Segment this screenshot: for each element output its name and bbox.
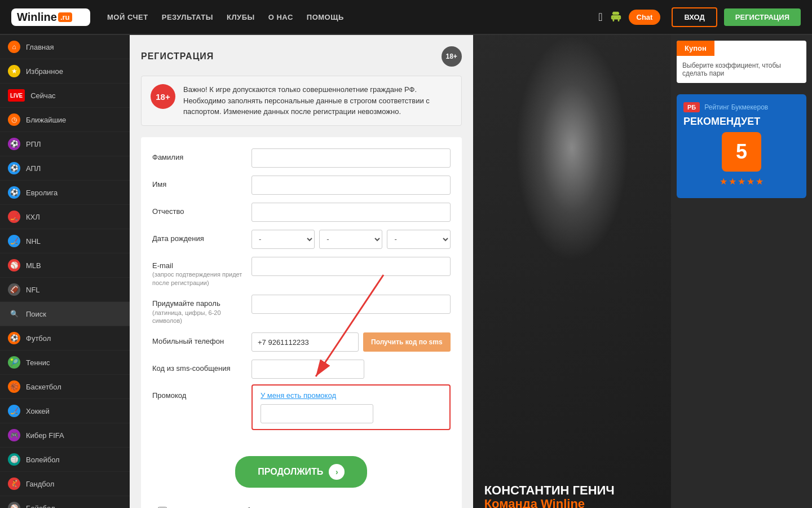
sidebar-item-cyber-fifa[interactable]: 🎮 Кибер FIFA: [0, 423, 130, 448]
hero-silhouette: [515, 35, 628, 261]
nav-my-account[interactable]: МОЙ СЧЕТ: [107, 13, 148, 21]
logo[interactable]: Winline.ru: [11, 8, 90, 26]
soccer-icon-euro: ⚽: [8, 186, 20, 199]
clock-icon: ◷: [8, 113, 20, 126]
header: Winline.ru МОЙ СЧЕТ РЕЗУЛЬТАТЫ КЛУБЫ О Н…: [0, 0, 812, 35]
sidebar-label-cyber-fifa: Кибер FIFA: [26, 431, 64, 440]
promo-banner-title: РЕКОМЕНДУЕТ: [683, 116, 800, 128]
form-row-phone: Мобильный телефон Получить код по sms: [152, 332, 451, 352]
sidebar-item-baseball[interactable]: ⚾ Бейсбол: [0, 496, 130, 508]
sidebar-label-handball: Гандбол: [26, 480, 54, 488]
sidebar-item-handball[interactable]: 🤾 Гандбол: [0, 472, 130, 496]
main-layout: ⌂ Главная ★ Избранное LIVE Сейчас ◷ Ближ…: [0, 35, 812, 508]
hero-person-area: [473, 35, 671, 443]
handball-icon: 🤾: [8, 478, 20, 490]
form-row-patronymic: Отчество: [152, 203, 451, 222]
continue-button[interactable]: ПРОДОЛЖИТЬ ›: [235, 456, 367, 488]
sidebar-label-tennis: Теннис: [26, 358, 50, 367]
promo-input[interactable]: [261, 404, 373, 423]
hockey-icon-nhl: 🏒: [8, 235, 20, 247]
continue-btn-wrapper: ПРОДОЛЖИТЬ ›: [152, 447, 451, 497]
live-icon: LIVE: [8, 89, 25, 102]
star-2: ★: [729, 176, 736, 187]
sidebar-label-live: Сейчас: [30, 91, 55, 100]
soccer-ball-icon: ⚽: [8, 332, 20, 344]
sidebar-item-football[interactable]: ⚽ Футбол: [0, 326, 130, 351]
sidebar-label-baseball: Бейсбол: [26, 504, 55, 509]
sidebar-item-euroleague[interactable]: ⚽ Евролига: [0, 181, 130, 205]
sidebar-item-search[interactable]: 🔍 Поиск: [0, 302, 130, 326]
nav-clubs[interactable]: КЛУБЫ: [227, 13, 255, 21]
form-row-dob: Дата рождения - - -: [152, 230, 451, 249]
hockey-icon: 🏒: [8, 405, 20, 417]
login-button[interactable]: ВХОД: [672, 7, 717, 27]
cyber-icon: 🎮: [8, 429, 20, 441]
hero-area: КОНСТАНТИН ГЕНИЧ Команда Winline "Winlin…: [473, 35, 671, 508]
sidebar-label-volleyball: Волейбол: [26, 456, 60, 464]
warning-age-icon: 18+: [151, 84, 175, 109]
sidebar-item-nhl[interactable]: 🏒 NHL: [0, 229, 130, 253]
nav-help[interactable]: ПОМОЩЬ: [307, 13, 344, 21]
register-button[interactable]: РЕГИСТРАЦИЯ: [724, 8, 801, 26]
name-input[interactable]: [251, 176, 451, 195]
sidebar-item-tennis[interactable]: 🎾 Теннис: [0, 351, 130, 375]
baseball-icon-mlb: ⚾: [8, 259, 20, 271]
sms-code-input[interactable]: [251, 360, 364, 379]
sidebar-item-rpl[interactable]: ⚽ РПЛ: [0, 132, 130, 156]
sidebar-label-favorites: Избранное: [26, 67, 63, 76]
logo-ru: .ru: [58, 12, 72, 22]
dob-day-select[interactable]: -: [251, 230, 315, 249]
dob-month-select[interactable]: -: [319, 230, 382, 249]
warning-box: 18+ Важно! К игре допускаются только сов…: [141, 76, 462, 126]
android-icon[interactable]: [610, 10, 622, 25]
sidebar-item-nfl[interactable]: 🏈 NFL: [0, 278, 130, 302]
sidebar-item-apl[interactable]: ⚽ АПЛ: [0, 156, 130, 181]
sidebar: ⌂ Главная ★ Избранное LIVE Сейчас ◷ Ближ…: [0, 35, 130, 508]
dob-label: Дата рождения: [152, 230, 242, 244]
sidebar-item-live[interactable]: LIVE Сейчас: [0, 84, 130, 108]
sidebar-item-nearest[interactable]: ◷ Ближайшие: [0, 108, 130, 132]
email-label: E-mail (запрос подтверждения придет посл…: [152, 257, 242, 287]
nav-results[interactable]: РЕЗУЛЬТАТЫ: [162, 13, 213, 21]
logo-text: Winline: [17, 11, 57, 24]
sidebar-item-hockey[interactable]: 🏒 Хоккей: [0, 399, 130, 423]
promo-banner-logo: РБ: [683, 102, 700, 112]
sidebar-item-volleyball[interactable]: 🏐 Волейбол: [0, 448, 130, 472]
apple-icon[interactable]: : [598, 11, 602, 24]
sidebar-item-favorites[interactable]: ★ Избранное: [0, 59, 130, 84]
registration-panel: РЕГИСТРАЦИЯ 18+ 18+ Важно! К игре допуск…: [130, 35, 473, 508]
sidebar-item-mlb[interactable]: ⚾ MLB: [0, 253, 130, 278]
sidebar-item-basketball[interactable]: 🏀 Баскетбол: [0, 375, 130, 399]
sidebar-item-home[interactable]: ⌂ Главная: [0, 35, 130, 59]
email-input[interactable]: [251, 257, 451, 276]
patronymic-input[interactable]: [251, 203, 451, 222]
sidebar-label-basketball: Баскетбол: [26, 383, 61, 391]
sidebar-label-home: Главная: [26, 43, 54, 51]
promo-banner[interactable]: РБ Рейтинг Букмекеров РЕКОМЕНДУЕТ 5 ★ ★ …: [677, 94, 806, 198]
password-input[interactable]: [251, 295, 451, 314]
age-badge: 18+: [442, 46, 462, 67]
terms-row: Подтверждаю, что мне больше 18 лет, а та…: [152, 506, 451, 508]
form-row-password: Придумайте пароль (латиница, цифры, 6-20…: [152, 295, 451, 325]
sidebar-item-khl[interactable]: 🏒 КХЛ: [0, 205, 130, 229]
sidebar-label-football: Футбол: [26, 334, 51, 343]
coupon-widget: Купон Выберите коэффициент, чтобы сделат…: [677, 41, 806, 83]
coupon-hint: Выберите коэффициент, чтобы сделать пари: [677, 56, 806, 83]
warning-text: Важно! К игре допускаются только соверше…: [183, 84, 452, 117]
sidebar-label-rpl: РПЛ: [26, 140, 41, 148]
nav-about[interactable]: О НАС: [268, 13, 293, 21]
hero-team: Команда Winline: [484, 497, 660, 508]
sidebar-label-mlb: MLB: [26, 261, 41, 270]
continue-arrow-icon: ›: [329, 464, 345, 480]
promo-link[interactable]: У меня есть промокод: [261, 391, 442, 400]
surname-input[interactable]: [251, 148, 451, 168]
phone-label: Мобильный телефон: [152, 332, 242, 347]
phone-input[interactable]: [251, 332, 359, 352]
sidebar-label-euroleague: Евролига: [26, 189, 58, 197]
sms-button[interactable]: Получить код по sms: [363, 332, 451, 352]
form-row-promo: Промокод У меня есть промокод: [152, 387, 451, 438]
dob-year-select[interactable]: -: [387, 230, 450, 249]
patronymic-label: Отчество: [152, 203, 242, 217]
password-label: Придумайте пароль (латиница, цифры, 6-20…: [152, 295, 242, 325]
chat-button[interactable]: Chat: [629, 10, 661, 25]
